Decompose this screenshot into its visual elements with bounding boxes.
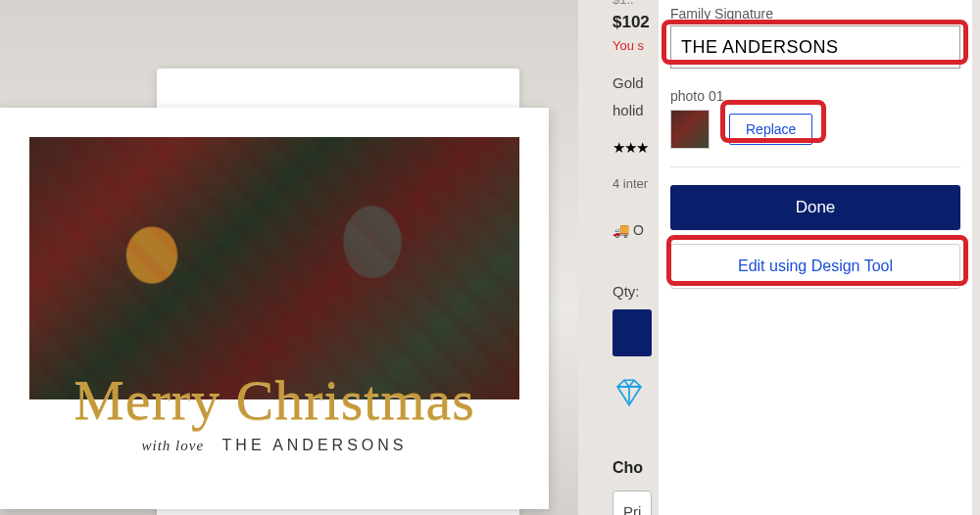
photo-field-label: photo 01 bbox=[670, 88, 960, 104]
card-headline: Merry Christmas bbox=[29, 372, 519, 429]
panel-divider bbox=[670, 166, 960, 167]
photo-thumbnail[interactable] bbox=[670, 110, 710, 149]
diamond-icon bbox=[612, 378, 646, 407]
done-button[interactable]: Done bbox=[670, 185, 960, 230]
paper-type-select[interactable]: Pri bbox=[612, 491, 652, 516]
card-signature: THE ANDERSONS bbox=[222, 437, 408, 453]
truck-icon: 🚚 bbox=[612, 222, 629, 238]
card-photo bbox=[29, 137, 519, 399]
dropdown-value: Pri bbox=[623, 503, 641, 515]
product-preview: Merry Christmas with love THE ANDERSONS bbox=[0, 0, 578, 515]
card-subline: with love THE ANDERSONS bbox=[29, 437, 519, 454]
card-front[interactable]: Merry Christmas with love THE ANDERSONS bbox=[0, 108, 549, 509]
personalize-panel: Family Signature photo 01 Replace Done E… bbox=[659, 0, 972, 515]
shipping-text: O bbox=[629, 222, 644, 238]
card-text-block: Merry Christmas with love THE ANDERSONS bbox=[29, 407, 519, 482]
replace-photo-button[interactable]: Replace bbox=[729, 114, 812, 145]
svg-line-2 bbox=[629, 380, 634, 387]
photo-row: Replace bbox=[670, 110, 960, 149]
signature-field-label: Family Signature bbox=[670, 6, 960, 22]
signature-input[interactable] bbox=[670, 25, 960, 69]
svg-line-1 bbox=[624, 380, 629, 387]
card-subline-prefix: with love bbox=[141, 438, 204, 453]
edit-design-tool-button[interactable]: Edit using Design Tool bbox=[670, 244, 960, 289]
add-to-cart-button[interactable] bbox=[612, 309, 652, 356]
